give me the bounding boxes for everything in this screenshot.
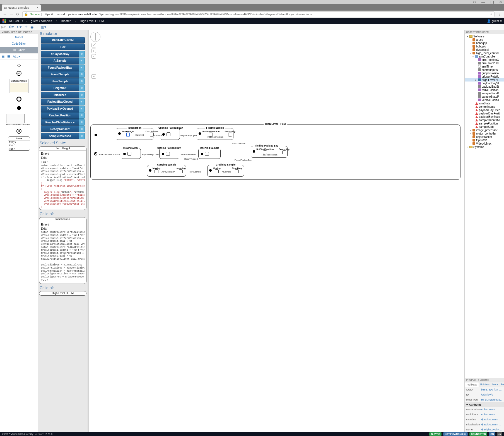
target-icon[interactable]: ✛ [25,25,28,29]
tree-node[interactable]: armStatePubl [465,61,504,65]
sim-button-readytoinsert[interactable]: ReadyToInsert [41,126,79,132]
palette-ring-icon[interactable] [16,96,22,102]
group-initialization[interactable]: Initialization Zero Height HeightInit Ze… [116,128,153,140]
tree-node[interactable]: armTimer [465,65,504,68]
sim-button-atpayloadbay[interactable]: AtPayloadBay [41,51,79,57]
group-grabbing-sample[interactable]: Grabbing Sample Moving AtSample Grabbing [207,165,244,177]
tree-node[interactable]: bbbeqep [465,41,504,45]
nav-forward-icon[interactable]: → [9,12,13,16]
tree-node[interactable]: bbbgpio [465,45,504,48]
tree-node[interactable]: dynamixel [465,48,504,51]
browser-tab[interactable]: ▤ guest / samples × [2,4,41,11]
visualizer-link-hfsmviz[interactable]: HFSMViz [0,47,38,53]
group-finding-payload-bay[interactable]: Finding Payload Bay SetStartPosition Sea… [251,146,288,158]
crumb-node[interactable]: High Level HFSM [80,19,104,23]
refresh-icon[interactable]: ↻▾ [17,25,22,29]
object-tree[interactable]: ▾ Software aruco bbbeqep bbbgpio dynamix… [465,34,504,378]
play-icon[interactable]: ▶▾ [1,25,6,29]
tree-node[interactable]: payloadBayState [465,115,504,118]
group-moving-away[interactable]: Moving Away [121,148,141,159]
user-icon[interactable]: ☺ [472,0,476,4]
tree-node[interactable]: ▸ motor_controller [465,132,504,135]
tree-node[interactable]: sampleStateP [465,95,504,98]
tree-node[interactable]: gripperRotatio [465,75,504,78]
sim-button-payloadbayopened[interactable]: PayloadBayOpened [41,106,79,112]
tree-node[interactable]: controlInputs [465,68,504,71]
state-moving-away[interactable] [127,152,131,156]
eye-icon[interactable]: 👁 [79,106,85,112]
property-value[interactable]: HFSM.State Machine [481,398,503,401]
state-searching2[interactable] [282,150,286,154]
close-icon[interactable]: ✕ [499,0,502,4]
state-moving2[interactable] [215,169,219,173]
address-bar[interactable]: 🔒 Secure | https://rosmod.rcps.isis.vand… [22,11,495,17]
sim-button-foundsample[interactable]: FoundSample [41,71,79,78]
state-open-inner[interactable] [167,132,170,136]
initial-dot[interactable] [95,134,97,136]
tree-node[interactable]: OpenCV [465,138,504,142]
palette-h-icon[interactable]: H [16,129,21,134]
gear-icon[interactable]: ⚙▾ [9,25,14,29]
tree-node[interactable]: ▾ armController [465,55,504,58]
tree-node[interactable]: ▾ high_level_controll [465,51,504,55]
tree-node[interactable]: ▸ Systems [465,145,504,148]
tree-twisty-icon[interactable]: ▾ [472,55,474,58]
group-opening-payload-bay[interactable]: Opening Payload Bay [160,128,180,140]
tree-node[interactable]: payloadBayPositi [465,112,504,115]
tree-twisty-icon[interactable]: ▾ [466,35,469,38]
property-tab-pointers[interactable]: Pointers [479,382,491,387]
property-value[interactable]: ⊕ Edit content ... [481,418,503,421]
property-value[interactable]: Edit content ... [481,408,503,411]
user-indicator[interactable]: 👤 guest ≡ [487,19,502,23]
bookmark-star-icon[interactable]: ☆ [490,12,493,16]
state-moving[interactable] [155,169,158,173]
tree-twisty-icon[interactable]: ▸ [469,129,471,131]
zoom-out-icon[interactable]: − [91,74,96,79]
sim-button-initialized[interactable]: Initialized [41,92,79,98]
tree-node[interactable]: ▸ image_processor [465,128,504,132]
property-tab-attributes[interactable]: Attributes [465,382,479,387]
sim-button-reachedsafedistance[interactable]: ReachedSafeDistance [41,119,79,126]
palette-h-star-icon[interactable]: H* [16,71,21,76]
tree-node[interactable]: sampleStateP [465,92,504,95]
tree-node[interactable]: verticalPositio [465,98,504,102]
tree-twisty-icon[interactable]: ▸ [469,132,471,135]
tab-close-icon[interactable]: × [37,6,38,9]
state-zero-radius[interactable] [150,133,154,136]
eye-icon[interactable]: 👁 [79,51,85,57]
sim-button-foundpayloadbay[interactable]: FoundPayloadBay [41,64,79,71]
property-value[interactable]: /v/i/8/r/V/0 [481,393,503,396]
tree-node[interactable]: objecttracker [465,135,504,138]
eye-icon[interactable]: 👁 [79,78,85,85]
group-closing-payload-bay[interactable]: Closing Payload Bay [159,148,179,159]
sim-button-reachedposition[interactable]: ReachedPosition [41,112,79,119]
eye-icon[interactable]: 👁 [79,64,85,71]
eye-icon[interactable]: 👁 [79,99,85,105]
sim-button-havesample[interactable]: HaveSample [41,78,79,85]
hfsm-diagram[interactable]: High Level HFSM Initialization Zero Heig… [90,124,460,180]
sim-button-atsample[interactable]: AtSample [41,58,79,64]
sim-button-samplereleased[interactable]: SampleReleased [41,133,79,139]
property-value[interactable]: b8657890-ff37-14e5-6... [481,388,503,391]
eye-icon[interactable]: 👁 [79,58,85,64]
state-searching1[interactable] [228,133,232,136]
group-finding-sample[interactable]: Finding Sample SetStartPosition Searchin… [197,128,233,140]
palette-dot-icon[interactable] [16,105,22,111]
tree-twisty-icon[interactable]: ▾ [469,52,471,54]
tree-node[interactable]: Video4Linux [465,142,504,145]
crumb-branch[interactable]: master [61,19,71,23]
visualizer-link-codeeditor[interactable]: CodeEditor [0,40,38,47]
maximize-icon[interactable]: ▢ [490,0,494,4]
palette-diamond-icon[interactable]: ◇ [16,62,22,68]
sim-button-heightinit[interactable]: HeightInit [41,85,79,91]
sim-button-tick[interactable]: Tick [41,44,85,50]
state-inserting[interactable] [205,152,209,156]
property-section-attributes[interactable]: ▾ Attributes [465,402,504,407]
circle-icon[interactable]: ◉ [30,25,33,29]
nav-reload-icon[interactable]: ⟳ [16,12,20,16]
tree-node[interactable]: ▸ High Level HF [465,78,504,82]
sim-button-payloadbayclosed[interactable]: PayloadBayClosed [41,99,79,105]
layout-icon[interactable]: ▥▾ [41,25,46,29]
tree-node[interactable]: armState [465,102,504,105]
state-lowering[interactable] [179,169,183,173]
